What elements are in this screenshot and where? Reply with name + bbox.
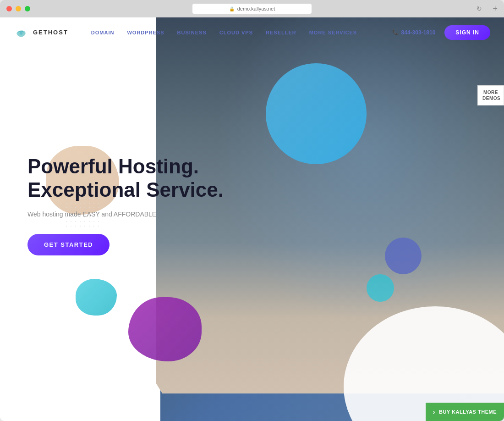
titlebar: 🔒 demo.kallyas.net ↻ + [0,0,504,17]
logo-text: GETHOST [33,29,68,36]
more-demos-button[interactable]: MORE DEMOS [477,85,504,105]
address-bar[interactable]: 🔒 demo.kallyas.net [192,4,312,14]
phone-icon: 📞 [392,29,399,35]
logo-icon [14,25,28,40]
phone-number: 844-303-1810 [401,29,436,36]
blob-teal [76,279,117,316]
more-demos-line1: MORE [483,90,498,95]
blob-blue-large [266,63,367,164]
browser-content: GETHOST DOMAIN WORDPRESS BUSINESS CLOUD … [0,17,504,421]
blob-purple [128,297,202,361]
hero-content: Powerful Hosting. Exceptional Service. W… [27,155,224,255]
close-button[interactable] [6,6,12,11]
blob-cyan-small [367,274,394,302]
browser-window: 🔒 demo.kallyas.net ↻ + [0,0,504,421]
buy-arrow-icon: › [433,408,435,415]
get-started-button[interactable]: GET STARTED [27,234,110,255]
minimize-button[interactable] [16,6,21,11]
nav-domain[interactable]: DOMAIN [91,30,115,35]
hero-title-line2: Exceptional Service. [27,178,224,201]
nav-wordpress[interactable]: WORDPRESS [127,30,164,35]
refresh-button[interactable]: ↻ [477,5,482,12]
url-text: demo.kallyas.net [237,6,275,11]
buy-kallyas-label: BUY KALLYAS THEME [439,409,497,415]
nav-cloud-vps[interactable]: CLOUD VPS [219,30,253,35]
more-demos-line2: DEMOS [482,96,500,101]
hero-title-line1: Powerful Hosting. [27,155,199,177]
hero-title: Powerful Hosting. Exceptional Service. [27,155,224,201]
traffic-lights [6,6,30,11]
new-tab-button[interactable]: + [493,4,498,14]
buy-kallyas-button[interactable]: › BUY KALLYAS THEME [426,403,504,421]
nav-business[interactable]: BUSINESS [177,30,207,35]
svg-point-0 [20,32,22,34]
blob-blue-small [385,238,422,274]
maximize-button[interactable] [25,6,30,11]
hero-subtitle: Web hosting made EASY and AFFORDABLE. [27,210,224,218]
sign-in-button[interactable]: SIGN IN [444,25,490,40]
phone-link[interactable]: 📞 844-303-1810 [392,29,436,36]
nav-reseller[interactable]: RESELLER [266,30,296,35]
nav-links: DOMAIN WORDPRESS BUSINESS CLOUD VPS RESE… [91,30,357,35]
nav-more-services[interactable]: MORE SERVICES [309,30,357,35]
lock-icon: 🔒 [229,6,235,11]
navbar: GETHOST DOMAIN WORDPRESS BUSINESS CLOUD … [0,17,504,47]
nav-right: 📞 844-303-1810 SIGN IN [392,25,490,40]
logo[interactable]: GETHOST [14,25,68,40]
